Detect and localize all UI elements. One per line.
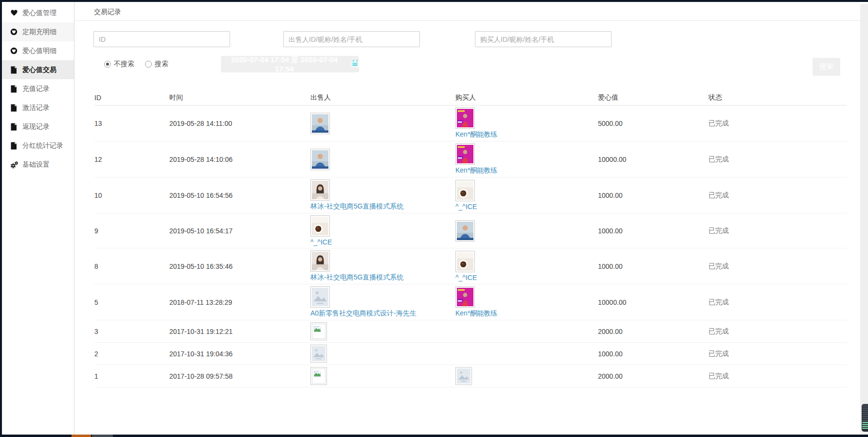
cell-id: 8 [94,262,169,270]
cell-id: 5 [94,298,169,306]
radio-circle-icon[interactable] [104,61,111,68]
table-row: 82019-05-10 16:35:46林冰-社交电商5G直播模式系统^_^IC… [94,248,847,284]
widget-stripes-gray [862,404,868,422]
buyer-cell [455,330,598,333]
table-row: 92019-05-10 16:54:17^_^ICE1000.00已完成 [94,213,847,248]
id-search-input[interactable] [93,31,230,47]
sidebar-item-label: 定期充明细 [22,28,56,36]
search-button[interactable]: 搜索 [813,58,840,76]
sidebar-item-充值记录[interactable]: 充值记录 [2,79,74,98]
sidebar-item-定期充明细[interactable]: 定期充明细 [2,22,74,41]
seller-cell [310,111,455,136]
cell-status: 已完成 [708,191,847,200]
cell-status: 已完成 [708,350,847,358]
placeholder-image-avatar[interactable] [455,367,472,385]
bottom-bar-orange-segment [72,435,91,437]
buyer-cell: ^_^ICE [455,249,598,283]
cell-love-value: 2000.00 [598,328,708,335]
sidebar-item-label: 返现记录 [22,122,50,131]
table-row: 52018-07-11 13:28:29A0新零售社交电商模式设计-海先生Ken… [94,284,847,320]
sidebar-item-爱心值管理[interactable]: 爱心值管理 [2,3,74,22]
file-icon [10,142,18,150]
coffee-avatar[interactable] [455,251,475,272]
sidebar-item-label: 爱心值管理 [22,9,56,17]
table-row: 132019-05-28 14:11:00Ken*酮能教练5000.00已完成 [94,105,847,141]
sidebar-item-label: 分红统计记录 [22,141,63,150]
buyer-name-link[interactable]: Ken*酮能教练 [455,309,497,318]
buyer-name-link[interactable]: Ken*酮能教练 [455,130,497,139]
radio-label: 搜索 [155,60,168,69]
seller-name-link[interactable]: A0新零售社交电商模式设计-海先生 [310,309,416,318]
cell-love-value: 1000.00 [598,192,708,199]
cell-time: 2019-05-28 14:11:00 [169,120,310,127]
radio-option-不搜索[interactable]: 不搜索 [104,60,134,69]
seller-name-link[interactable]: ^_^ICE [310,238,332,246]
buyer-cell: Ken*酮能教练 [455,284,598,320]
column-header-ID: ID [94,94,169,102]
ken-pink-avatar[interactable] [455,286,475,308]
buyer-search-input[interactable] [475,31,612,47]
cell-time: 2017-10-31 19:12:21 [169,328,310,335]
bottom-edge-bar [2,435,868,437]
cell-id: 9 [94,227,169,235]
radio-label: 不搜索 [114,60,134,69]
buyer-name-link[interactable]: ^_^ICE [455,203,477,210]
seller-name-link[interactable]: 林冰-社交电商5G直播模式系统 [310,202,403,211]
table-row: 32017-10-31 19:12:212000.00已完成 [94,320,847,343]
buyer-cell [455,218,598,244]
seller-cell: 林冰-社交电商5G直播模式系统 [310,248,455,284]
ken-pink-avatar[interactable] [455,143,475,165]
coffee-avatar[interactable] [455,180,475,201]
file-icon [10,85,18,93]
cell-time: 2019-05-10 16:54:17 [169,227,310,235]
seller-name-link[interactable]: 林冰-社交电商5G直播模式系统 [310,273,403,282]
man-blue-avatar[interactable] [310,113,330,134]
woman-avatar[interactable] [310,179,330,201]
cell-status: 已完成 [708,372,847,381]
buyer-name-link[interactable]: ^_^ICE [455,274,477,281]
widget-stripes-green [862,422,868,429]
sidebar-item-基础设置[interactable]: 基础设置 [2,155,74,174]
column-header-时间: 时间 [169,93,310,102]
placeholder-image-avatar[interactable] [310,286,330,308]
floating-widget[interactable] [862,404,868,432]
table-header-row: ID时间出售人购买人爱心值状态 [94,90,847,105]
broken-image-avatar[interactable] [310,367,327,385]
table-row: 122019-05-28 14:10:06Ken*酮能教练10000.00已完成 [94,141,847,177]
sidebar-item-爱心值明细[interactable]: 爱心值明细 [2,41,74,60]
tab-transaction-records[interactable]: 交易记录 [94,2,121,17]
cell-love-value: 1000.00 [598,227,708,235]
date-range-button[interactable]: 2020-07-04 17:54 至 2020-07-04 17:54 [221,56,359,72]
man-blue-avatar[interactable] [455,220,475,242]
placeholder-image-avatar[interactable] [310,345,327,363]
sidebar-menu: 爱心值管理定期充明细爱心值明细爱心值交易充值记录激活记录返现记录分红统计记录基础… [2,2,74,174]
heart-circle-icon [10,28,18,36]
cell-id: 13 [94,120,169,127]
sidebar-item-激活记录[interactable]: 激活记录 [2,98,74,117]
ken-pink-avatar[interactable] [455,107,475,129]
cell-time: 2017-10-28 09:57:58 [169,372,310,380]
cell-id: 2 [94,350,169,358]
seller-search-input[interactable] [283,31,420,47]
cell-love-value: 2000.00 [598,372,708,380]
table-body: 132019-05-28 14:11:00Ken*酮能教练5000.00已完成1… [94,105,847,387]
radio-option-搜索[interactable]: 搜索 [145,60,168,69]
vertical-scrollbar[interactable] [860,4,868,435]
cell-status: 已完成 [708,155,847,164]
buyer-name-link[interactable]: Ken*酮能教练 [455,166,497,175]
bottom-bar-gray-segment [92,435,113,437]
cell-status: 已完成 [708,327,847,336]
coffee-avatar[interactable] [310,215,330,237]
cell-love-value: 10000.00 [598,298,708,306]
sidebar-item-返现记录[interactable]: 返现记录 [2,117,74,136]
sidebar-item-label: 充值记录 [22,85,50,93]
radio-circle-icon[interactable] [145,61,152,68]
cell-time: 2017-10-31 19:04:36 [169,350,310,358]
man-blue-avatar[interactable] [310,149,330,170]
cell-time: 2019-05-10 16:54:56 [169,192,310,199]
sidebar-item-爱心值交易[interactable]: 爱心值交易 [2,60,74,79]
sidebar-item-分红统计记录[interactable]: 分红统计记录 [2,136,74,155]
seller-cell: ^_^ICE [310,213,455,248]
broken-image-avatar[interactable] [310,322,327,340]
woman-avatar[interactable] [310,250,330,272]
